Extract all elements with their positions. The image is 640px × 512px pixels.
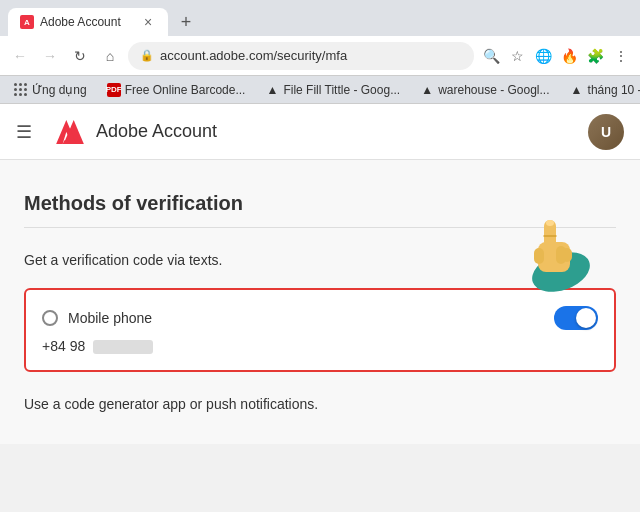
main-content: Methods of verification Get a verificati…	[0, 160, 640, 444]
drive-icon-3: ▲	[570, 83, 584, 97]
hand-pointer-svg	[506, 202, 596, 292]
mobile-phone-label: Mobile phone	[68, 310, 152, 326]
address-bar-icons: 🔍 ☆ 🌐 🔥 🧩 ⋮	[480, 45, 632, 67]
app-header: ☰ Adobe Account U	[0, 104, 640, 160]
url-bar[interactable]: 🔒 account.adobe.com/security/mfa	[128, 42, 474, 70]
bookmark-apps-label: Ứng dụng	[32, 83, 87, 97]
mobile-phone-option[interactable]: Mobile phone	[42, 310, 152, 326]
search-icon[interactable]: 🔍	[480, 45, 502, 67]
drive-icon-2: ▲	[420, 83, 434, 97]
bookmark-warehouse[interactable]: ▲ warehouse - Googl...	[414, 81, 555, 99]
menu-icon[interactable]: ⋮	[610, 45, 632, 67]
tab-close-button[interactable]: ×	[140, 14, 156, 30]
pdf-icon: PDF	[107, 83, 121, 97]
svg-rect-5	[534, 248, 544, 264]
adobe-logo-icon	[56, 120, 84, 144]
card-top-row: Mobile phone	[42, 306, 598, 330]
svg-point-9	[546, 220, 554, 226]
apps-grid-icon	[14, 83, 28, 97]
forward-button[interactable]: →	[38, 44, 62, 68]
hamburger-menu-button[interactable]: ☰	[16, 121, 44, 143]
bookmark-barcode-label: Free Online Barcode...	[125, 83, 246, 97]
bookmark-star-icon[interactable]: ☆	[506, 45, 528, 67]
bookmark-barcode[interactable]: PDF Free Online Barcode...	[101, 81, 252, 99]
avatar[interactable]: U	[588, 114, 624, 150]
bookmark-file[interactable]: ▲ File Fill Tittle - Goog...	[259, 81, 406, 99]
extension-icon[interactable]: 🧩	[584, 45, 606, 67]
hand-pointer-illustration	[506, 202, 596, 295]
refresh-button[interactable]: ↻	[68, 44, 92, 68]
new-tab-button[interactable]: +	[172, 8, 200, 36]
page-content: ☰ Adobe Account U Methods of verificatio…	[0, 104, 640, 444]
bookmark-thang10-label: tháng 10 - Google...	[588, 83, 640, 97]
tab-bar: A Adobe Account × +	[0, 0, 640, 36]
app-title: Adobe Account	[96, 121, 217, 142]
back-button[interactable]: ←	[8, 44, 32, 68]
fire-icon[interactable]: 🔥	[558, 45, 580, 67]
description-area: Get a verification code via texts.	[24, 252, 616, 268]
toggle-knob	[576, 308, 596, 328]
footer-description: Use a code generator app or push notific…	[24, 396, 616, 412]
bookmark-apps[interactable]: Ứng dụng	[8, 81, 93, 99]
adobe-logo	[56, 120, 84, 144]
address-bar: ← → ↻ ⌂ 🔒 account.adobe.com/security/mfa…	[0, 36, 640, 76]
bookmarks-bar: Ứng dụng PDF Free Online Barcode... ▲ Fi…	[0, 76, 640, 104]
radio-button[interactable]	[42, 310, 58, 326]
phone-redacted-digits	[93, 340, 153, 354]
url-text: account.adobe.com/security/mfa	[160, 48, 462, 63]
translate-icon[interactable]: 🌐	[532, 45, 554, 67]
bookmark-warehouse-label: warehouse - Googl...	[438, 83, 549, 97]
bookmark-thang10[interactable]: ▲ tháng 10 - Google...	[564, 81, 640, 99]
drive-icon-1: ▲	[265, 83, 279, 97]
lock-icon: 🔒	[140, 49, 154, 62]
tab-favicon: A	[20, 15, 34, 29]
phone-number-display: +84 98	[42, 338, 598, 354]
phone-prefix: +84 98	[42, 338, 85, 354]
tab-title: Adobe Account	[40, 15, 134, 29]
svg-rect-7	[556, 246, 566, 264]
mobile-phone-toggle[interactable]	[554, 306, 598, 330]
bookmark-file-label: File Fill Tittle - Goog...	[283, 83, 400, 97]
verification-card: Mobile phone +84 98	[24, 288, 616, 372]
active-tab[interactable]: A Adobe Account ×	[8, 8, 168, 36]
home-button[interactable]: ⌂	[98, 44, 122, 68]
